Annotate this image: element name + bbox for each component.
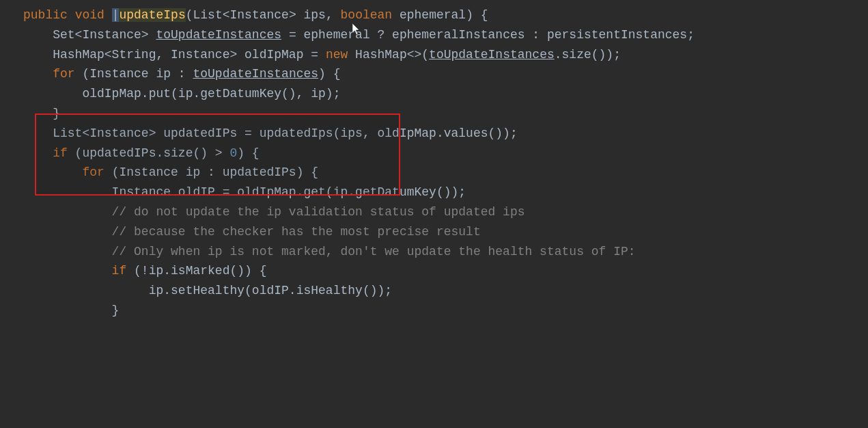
comment: // do not update the ip validation statu…: [23, 205, 525, 219]
code-text: HashMap<String, Instance> oldIpMap =: [23, 48, 326, 62]
code-line-3[interactable]: Set<Instance> toUpdateInstances = epheme…: [0, 25, 868, 45]
code-text: ephemeral) {: [392, 8, 488, 22]
code-editor[interactable]: public void |updateIps(List<Instance> ip…: [0, 5, 868, 321]
code-text: ip.setHealthy(oldIP.isHealthy());: [23, 284, 392, 297]
code-line-5[interactable]: HashMap<String, Instance> oldIpMap = new…: [0, 45, 868, 65]
code-line-13[interactable]: for (Instance ip : updatedIPs) {: [0, 163, 868, 183]
code-text: Instance oldIP = oldIpMap.get(ip.getDatu…: [23, 185, 466, 199]
number-literal: 0: [229, 146, 237, 160]
code-line-16[interactable]: // do not update the ip validation statu…: [0, 202, 868, 222]
code-line-18[interactable]: // Only when ip is not marked, don't we …: [0, 242, 868, 262]
var-toUpdateInstances: toUpdateInstances: [193, 67, 318, 81]
code-line-17[interactable]: // because the checker has the most prec…: [0, 222, 868, 242]
code-text: (updatedIPs.size() >: [68, 146, 230, 160]
code-text: (Instance ip :: [75, 67, 193, 81]
method-name: updateIps: [119, 8, 185, 22]
keyword-for: for: [23, 67, 75, 81]
code-text: Set<Instance>: [23, 28, 156, 42]
var-toUpdateInstances: toUpdateInstances: [156, 28, 281, 42]
var-toUpdateInstances: toUpdateInstances: [429, 48, 555, 62]
code-text: ) {: [237, 146, 259, 160]
code-text: .size());: [555, 48, 621, 62]
code-line-11[interactable]: List<Instance> updatedIPs = updatedIps(i…: [0, 124, 868, 144]
keyword-boolean: boolean: [341, 8, 393, 22]
code-text: ) {: [318, 67, 340, 81]
code-line-19[interactable]: if (!ip.isMarked()) {: [0, 261, 868, 281]
keyword-if: if: [23, 146, 68, 160]
code-text: (Instance ip : updatedIPs) {: [104, 165, 318, 179]
keyword-void: void: [75, 8, 104, 22]
keyword-if: if: [23, 264, 126, 278]
keyword-public: public: [23, 8, 68, 22]
code-line-8[interactable]: oldIpMap.put(ip.getDatumKey(), ip);: [0, 84, 868, 104]
code-text: oldIpMap.put(ip.getDatumKey(), ip);: [23, 87, 340, 101]
code-text: }: [23, 304, 119, 317]
code-text: }: [23, 107, 60, 120]
comment: // because the checker has the most prec…: [23, 225, 481, 239]
code-line-1[interactable]: public void |updateIps(List<Instance> ip…: [0, 5, 868, 25]
cursor: |: [112, 8, 120, 22]
code-line-21[interactable]: }: [0, 301, 868, 321]
code-text: = ephemeral ? ephemeralInstances : persi…: [281, 28, 695, 42]
code-text: HashMap<>(: [348, 48, 429, 62]
code-line-9[interactable]: }: [0, 104, 868, 124]
keyword-for: for: [23, 165, 104, 179]
code-line-14[interactable]: Instance oldIP = oldIpMap.get(ip.getDatu…: [0, 183, 868, 202]
keyword-new: new: [326, 48, 348, 62]
code-text: (List<Instance> ips,: [186, 8, 341, 22]
code-line-7[interactable]: for (Instance ip : toUpdateInstances) {: [0, 64, 868, 84]
code-text: List<Instance> updatedIPs = updatedIps(i…: [23, 126, 518, 140]
code-line-12[interactable]: if (updatedIPs.size() > 0) {: [0, 144, 868, 163]
comment: // Only when ip is not marked, don't we …: [23, 245, 636, 258]
code-line-20[interactable]: ip.setHealthy(oldIP.isHealthy());: [0, 281, 868, 301]
code-text: (!ip.isMarked()) {: [126, 264, 266, 278]
